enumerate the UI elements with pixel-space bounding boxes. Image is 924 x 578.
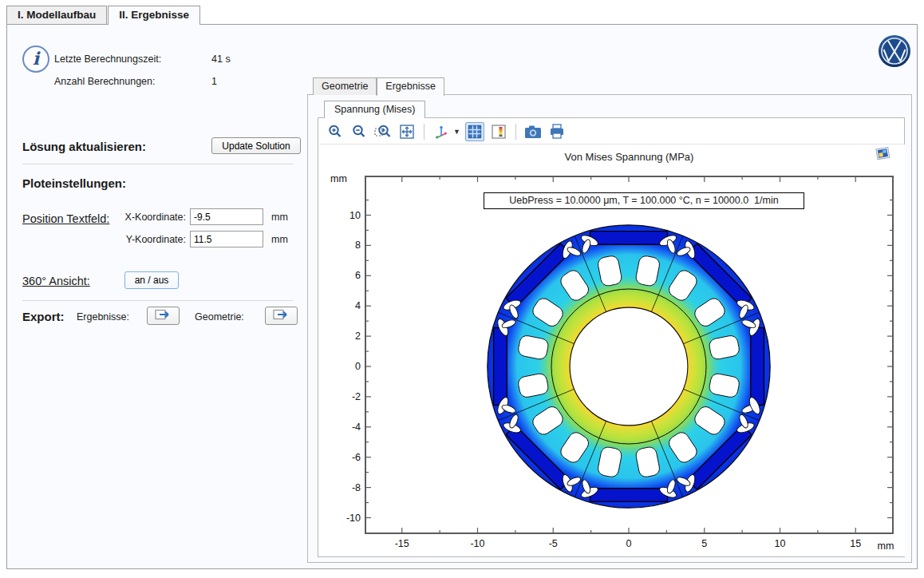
y-coordinate-unit: mm	[271, 234, 288, 245]
last-computation-label: Letzte Berechnungszeit:	[54, 53, 161, 65]
export-heading: Export:	[22, 310, 65, 323]
svg-text:10: 10	[349, 210, 361, 221]
vw-logo	[878, 34, 911, 68]
computation-count-value: 1	[211, 76, 217, 87]
axis-orientation-dropdown-caret[interactable]: ▼	[453, 128, 460, 136]
svg-text:5: 5	[701, 538, 707, 549]
info-icon: i	[22, 46, 49, 73]
plot-annotation-box: UebPress = 10.0000 μm, T = 100.000 °C, n…	[484, 192, 804, 209]
export-geometry-button[interactable]	[265, 307, 298, 325]
export-icon	[155, 309, 172, 323]
viewer-tab-geometrie[interactable]: Geometrie	[313, 77, 377, 95]
svg-text:-5: -5	[549, 538, 558, 549]
zoom-box-icon[interactable]	[373, 122, 393, 141]
zoom-in-icon[interactable]	[326, 122, 345, 141]
y-axis-unit: mm	[330, 173, 347, 184]
divider	[22, 164, 293, 164]
last-computation-value: 41 s	[211, 53, 231, 65]
svg-text:-15: -15	[395, 538, 409, 549]
graphics-canvas[interactable]: Von Mises Spannung (MPa) -15-10-50510151…	[319, 144, 905, 556]
x-axis-unit: mm	[878, 540, 894, 552]
zoom-extents-icon[interactable]	[397, 122, 417, 141]
y-coordinate-input[interactable]	[190, 231, 263, 247]
zoom-out-icon[interactable]	[349, 122, 369, 141]
svg-text:8: 8	[355, 240, 361, 251]
export-icon	[273, 309, 290, 323]
toolbar-separator	[515, 124, 516, 140]
export-geometry-label: Geometrie:	[195, 311, 244, 323]
tab-modellaufbau[interactable]: I. Modellaufbau	[6, 6, 107, 24]
x-coordinate-input[interactable]	[190, 208, 263, 225]
svg-text:0: 0	[626, 538, 632, 549]
toolbar-separator	[424, 124, 424, 140]
view-toggle-button[interactable]: an / aus	[124, 271, 179, 289]
print-icon[interactable]	[547, 122, 567, 141]
grid-toggle-icon[interactable]	[465, 122, 484, 141]
svg-text:-8: -8	[352, 482, 361, 493]
x-coordinate-unit: mm	[271, 212, 288, 223]
svg-text:10: 10	[775, 538, 786, 549]
application-window: I. Modellaufbau II. Ergebnisse i Letzte …	[0, 0, 924, 578]
computation-count-label: Anzahl Berechnungen:	[54, 76, 155, 87]
update-solution-button[interactable]: Update Solution	[211, 137, 301, 154]
graphics-toolbar: ▼	[319, 119, 903, 144]
main-tab-bar: I. Modellaufbau II. Ergebnisse	[6, 6, 201, 24]
plot-settings-heading: Ploteinstellungen:	[22, 176, 126, 190]
plot-tab-spannung-mises[interactable]: Spannung (Mises)	[324, 101, 425, 118]
svg-text:6: 6	[355, 270, 361, 281]
svg-text:-4: -4	[352, 422, 361, 433]
y-coordinate-label: Y-Koordinate:	[87, 234, 186, 245]
x-coordinate-label: X-Koordinate:	[87, 212, 186, 223]
divider	[22, 300, 293, 301]
viewer-tab-bar: Geometrie Ergebnisse	[313, 77, 444, 95]
main-content: i Letzte Berechnungszeit: 41 s Anzahl Be…	[6, 24, 918, 569]
viewer-tab-ergebnisse[interactable]: Ergebnisse	[377, 77, 444, 96]
svg-text:15: 15	[850, 538, 861, 549]
svg-text:-10: -10	[346, 513, 361, 524]
view-360-heading: 360° Ansicht:	[22, 275, 90, 287]
svg-text:-2: -2	[352, 391, 361, 402]
snapshot-icon[interactable]	[523, 122, 543, 141]
export-results-label: Ergebnisse:	[77, 311, 129, 323]
export-results-button[interactable]	[147, 307, 180, 325]
svg-text:2: 2	[355, 331, 361, 342]
tab-ergebnisse[interactable]: II. Ergebnisse	[108, 6, 200, 25]
svg-text:-10: -10	[470, 538, 484, 549]
solution-heading: Lösung aktualisieren:	[22, 140, 146, 153]
svg-text:-6: -6	[352, 452, 361, 463]
rotor-cross-section	[488, 225, 770, 508]
svg-text:4: 4	[355, 300, 361, 311]
svg-text:0: 0	[355, 361, 361, 372]
plot-panel: ▼ Von Mises Spannung (MPa)	[318, 117, 905, 557]
color-legend-toggle-icon[interactable]	[489, 122, 508, 141]
axis-orientation-icon[interactable]	[432, 122, 451, 141]
